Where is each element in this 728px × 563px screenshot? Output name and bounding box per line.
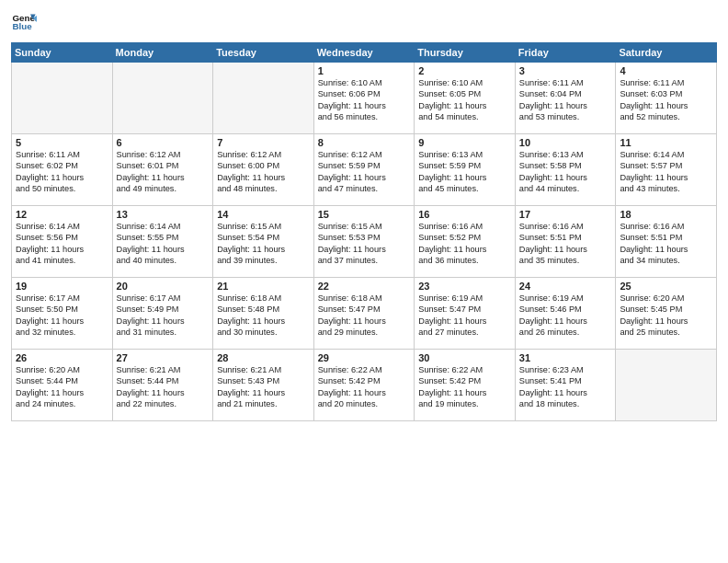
day-info: Sunrise: 6:14 AM Sunset: 5:55 PM Dayligh… [117,221,210,267]
calendar-day-cell: 21Sunrise: 6:18 AM Sunset: 5:48 PM Dayli… [213,278,314,350]
day-info: Sunrise: 6:13 AM Sunset: 5:59 PM Dayligh… [418,149,511,195]
weekday-header-sunday: Sunday [12,43,113,63]
calendar-day-cell [213,63,314,134]
day-info: Sunrise: 6:14 AM Sunset: 5:56 PM Dayligh… [16,221,108,267]
day-number: 22 [318,281,411,292]
calendar-day-cell: 26Sunrise: 6:20 AM Sunset: 5:44 PM Dayli… [12,350,113,421]
day-number: 28 [217,352,310,363]
day-number: 6 [117,137,210,148]
day-info: Sunrise: 6:17 AM Sunset: 5:50 PM Dayligh… [16,293,108,339]
day-info: Sunrise: 6:15 AM Sunset: 5:54 PM Dayligh… [217,221,310,267]
day-number: 7 [217,137,310,148]
day-info: Sunrise: 6:19 AM Sunset: 5:47 PM Dayligh… [418,293,511,339]
day-number: 9 [418,137,511,148]
day-number: 15 [318,209,411,220]
day-info: Sunrise: 6:14 AM Sunset: 5:57 PM Dayligh… [620,149,712,195]
calendar-day-cell: 9Sunrise: 6:13 AM Sunset: 5:59 PM Daylig… [415,134,516,206]
day-number: 16 [418,209,511,220]
svg-text:Blue: Blue [12,21,32,31]
calendar-week-row: 5Sunrise: 6:11 AM Sunset: 6:02 PM Daylig… [12,134,717,206]
calendar-day-cell: 17Sunrise: 6:16 AM Sunset: 5:51 PM Dayli… [515,206,616,278]
day-number: 30 [418,352,511,363]
calendar-day-cell: 29Sunrise: 6:22 AM Sunset: 5:42 PM Dayli… [313,350,415,421]
calendar-day-cell: 27Sunrise: 6:21 AM Sunset: 5:44 PM Dayli… [112,350,213,421]
day-info: Sunrise: 6:21 AM Sunset: 5:43 PM Dayligh… [217,364,310,410]
day-number: 8 [318,137,411,148]
calendar-week-row: 19Sunrise: 6:17 AM Sunset: 5:50 PM Dayli… [12,278,717,350]
weekday-header-saturday: Saturday [616,43,717,63]
calendar-day-cell: 10Sunrise: 6:13 AM Sunset: 5:58 PM Dayli… [515,134,616,206]
day-info: Sunrise: 6:12 AM Sunset: 6:00 PM Dayligh… [217,149,310,195]
day-number: 26 [16,352,108,363]
day-info: Sunrise: 6:17 AM Sunset: 5:49 PM Dayligh… [117,293,210,339]
calendar-day-cell: 24Sunrise: 6:19 AM Sunset: 5:46 PM Dayli… [515,278,616,350]
day-info: Sunrise: 6:15 AM Sunset: 5:53 PM Dayligh… [318,221,411,267]
day-info: Sunrise: 6:10 AM Sunset: 6:05 PM Dayligh… [418,77,511,123]
calendar-day-cell: 3Sunrise: 6:11 AM Sunset: 6:04 PM Daylig… [515,63,616,134]
calendar-day-cell: 6Sunrise: 6:12 AM Sunset: 6:01 PM Daylig… [112,134,213,206]
day-number: 18 [620,209,712,220]
logo-icon: General Blue [11,9,37,35]
day-number: 27 [117,352,210,363]
day-info: Sunrise: 6:21 AM Sunset: 5:44 PM Dayligh… [117,364,210,410]
day-number: 11 [620,137,712,148]
weekday-header-friday: Friday [515,43,616,63]
calendar-day-cell: 7Sunrise: 6:12 AM Sunset: 6:00 PM Daylig… [213,134,314,206]
day-number: 3 [519,65,612,76]
day-info: Sunrise: 6:23 AM Sunset: 5:41 PM Dayligh… [519,364,612,410]
calendar-day-cell [12,63,113,134]
day-number: 14 [217,209,310,220]
calendar-day-cell: 13Sunrise: 6:14 AM Sunset: 5:55 PM Dayli… [112,206,213,278]
calendar-day-cell: 20Sunrise: 6:17 AM Sunset: 5:49 PM Dayli… [112,278,213,350]
day-number: 25 [620,281,712,292]
calendar-day-cell: 30Sunrise: 6:22 AM Sunset: 5:42 PM Dayli… [415,350,516,421]
day-number: 29 [318,352,411,363]
day-info: Sunrise: 6:22 AM Sunset: 5:42 PM Dayligh… [418,364,511,410]
day-number: 5 [16,137,108,148]
calendar-week-row: 12Sunrise: 6:14 AM Sunset: 5:56 PM Dayli… [12,206,717,278]
day-number: 10 [519,137,612,148]
calendar-day-cell: 4Sunrise: 6:11 AM Sunset: 6:03 PM Daylig… [616,63,717,134]
calendar-day-cell: 19Sunrise: 6:17 AM Sunset: 5:50 PM Dayli… [12,278,113,350]
calendar-day-cell [616,350,717,421]
day-number: 23 [418,281,511,292]
day-info: Sunrise: 6:18 AM Sunset: 5:48 PM Dayligh… [217,293,310,339]
day-info: Sunrise: 6:20 AM Sunset: 5:45 PM Dayligh… [620,293,712,339]
day-number: 4 [620,65,712,76]
day-info: Sunrise: 6:16 AM Sunset: 5:51 PM Dayligh… [620,221,712,267]
calendar-day-cell: 22Sunrise: 6:18 AM Sunset: 5:47 PM Dayli… [313,278,415,350]
day-number: 13 [117,209,210,220]
calendar-day-cell: 23Sunrise: 6:19 AM Sunset: 5:47 PM Dayli… [415,278,516,350]
day-info: Sunrise: 6:10 AM Sunset: 6:06 PM Dayligh… [318,77,411,123]
day-info: Sunrise: 6:12 AM Sunset: 6:01 PM Dayligh… [117,149,210,195]
weekday-header-tuesday: Tuesday [213,43,314,63]
logo: General Blue [11,9,39,35]
day-info: Sunrise: 6:22 AM Sunset: 5:42 PM Dayligh… [318,364,411,410]
calendar-day-cell: 8Sunrise: 6:12 AM Sunset: 5:59 PM Daylig… [313,134,415,206]
calendar-day-cell: 12Sunrise: 6:14 AM Sunset: 5:56 PM Dayli… [12,206,113,278]
weekday-header-row: SundayMondayTuesdayWednesdayThursdayFrid… [12,43,717,63]
day-info: Sunrise: 6:11 AM Sunset: 6:04 PM Dayligh… [519,77,612,123]
day-number: 31 [519,352,612,363]
day-number: 1 [318,65,411,76]
calendar-day-cell: 25Sunrise: 6:20 AM Sunset: 5:45 PM Dayli… [616,278,717,350]
calendar-table: SundayMondayTuesdayWednesdayThursdayFrid… [11,42,717,421]
day-number: 2 [418,65,511,76]
weekday-header-thursday: Thursday [415,43,516,63]
day-info: Sunrise: 6:19 AM Sunset: 5:46 PM Dayligh… [519,293,612,339]
calendar-day-cell: 11Sunrise: 6:14 AM Sunset: 5:57 PM Dayli… [616,134,717,206]
weekday-header-wednesday: Wednesday [313,43,415,63]
calendar-day-cell: 18Sunrise: 6:16 AM Sunset: 5:51 PM Dayli… [616,206,717,278]
day-info: Sunrise: 6:11 AM Sunset: 6:03 PM Dayligh… [620,77,712,123]
day-info: Sunrise: 6:18 AM Sunset: 5:47 PM Dayligh… [318,293,411,339]
page-container: General Blue SundayMondayTuesdayWednesda… [0,0,728,429]
day-number: 17 [519,209,612,220]
calendar-day-cell [112,63,213,134]
page-header: General Blue [11,9,717,35]
weekday-header-monday: Monday [112,43,213,63]
day-number: 19 [16,281,108,292]
day-info: Sunrise: 6:13 AM Sunset: 5:58 PM Dayligh… [519,149,612,195]
calendar-day-cell: 16Sunrise: 6:16 AM Sunset: 5:52 PM Dayli… [415,206,516,278]
calendar-week-row: 26Sunrise: 6:20 AM Sunset: 5:44 PM Dayli… [12,350,717,421]
calendar-day-cell: 31Sunrise: 6:23 AM Sunset: 5:41 PM Dayli… [515,350,616,421]
